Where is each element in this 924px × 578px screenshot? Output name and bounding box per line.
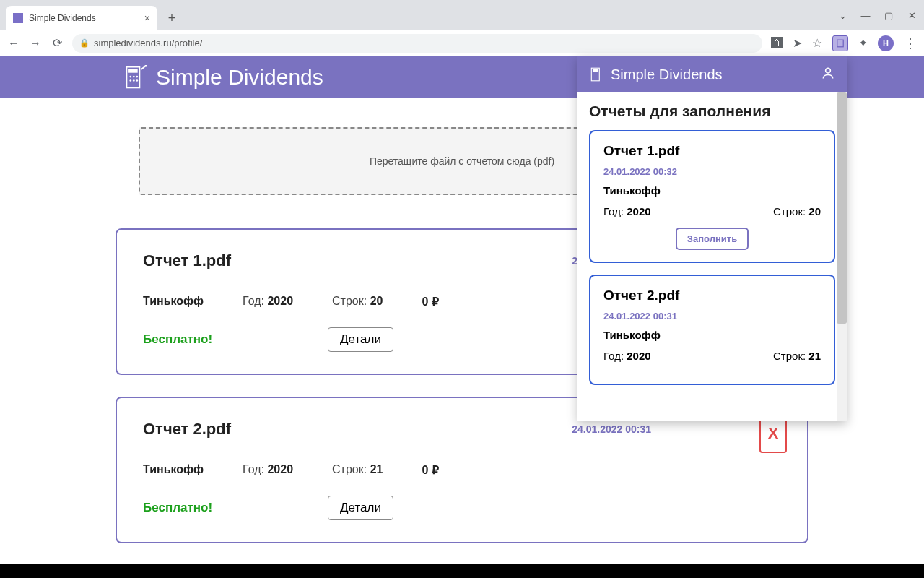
minimize-icon[interactable]: —	[859, 10, 872, 21]
fill-button[interactable]: Заполнить	[676, 228, 749, 250]
site-logo[interactable]: Simple Dividends	[123, 64, 323, 90]
maximize-icon[interactable]: ▢	[882, 10, 895, 21]
report-price: 0 ₽	[422, 463, 438, 477]
ext-report-title: Отчет 2.pdf	[603, 288, 821, 303]
tab-title: Simple Dividends	[29, 13, 96, 23]
free-label: Бесплатно!	[143, 501, 212, 515]
site-title: Simple Dividends	[156, 65, 323, 90]
chevron-down-icon[interactable]: ⌄	[836, 10, 849, 21]
dropzone-text: Перетащите файл с отчетом сюда (pdf)	[370, 155, 554, 167]
svg-rect-2	[128, 69, 138, 72]
details-button[interactable]: Детали	[328, 496, 393, 520]
svg-point-4	[133, 76, 135, 78]
svg-rect-0	[837, 40, 843, 47]
report-title: Отчет 1.pdf	[143, 251, 231, 270]
menu-icon[interactable]: ⋮	[904, 35, 917, 51]
report-year: Год: 2020	[243, 463, 293, 477]
calculator-icon	[589, 66, 605, 82]
browser-tab-strip: Simple Dividends × + ⌄ — ▢ ✕	[0, 0, 924, 30]
report-date: 24.01.2022 00:31	[572, 423, 651, 435]
extension-body[interactable]: Отчеты для заполнения Отчет 1.pdf 24.01.…	[578, 92, 847, 421]
browser-toolbar: ← → ⟳ 🔒 simpledividends.ru/profile/ 🅰 ➤ …	[0, 30, 924, 56]
details-button[interactable]: Детали	[328, 327, 393, 352]
svg-point-7	[133, 79, 135, 82]
extension-icon[interactable]	[832, 35, 848, 51]
svg-point-6	[129, 79, 131, 82]
ext-report-year: Год: 2020	[603, 205, 651, 217]
extension-title: Simple Dividends	[611, 66, 723, 83]
svg-point-5	[136, 76, 138, 78]
report-year: Год: 2020	[243, 295, 293, 309]
ext-report-rows: Строк: 21	[773, 350, 821, 362]
ext-report-date: 24.01.2022 00:32	[603, 166, 821, 177]
window-controls: ⌄ — ▢ ✕	[836, 0, 918, 30]
extension-header: Simple Dividends	[578, 56, 847, 92]
report-rows: Строк: 21	[332, 463, 383, 477]
toolbar-right: 🅰 ➤ ☆ ✦ Н ⋮	[771, 35, 917, 51]
report-title: Отчет 2.pdf	[143, 420, 231, 439]
extension-report-card: Отчет 1.pdf 24.01.2022 00:32 Тинькофф Го…	[589, 130, 835, 263]
ext-report-broker: Тинькофф	[603, 329, 821, 341]
report-rows: Строк: 20	[332, 295, 383, 309]
lock-icon: 🔒	[79, 38, 90, 48]
svg-point-8	[136, 79, 138, 82]
user-icon[interactable]	[821, 66, 835, 83]
svg-point-11	[826, 68, 831, 73]
new-tab-button[interactable]: +	[162, 8, 182, 28]
svg-point-3	[129, 76, 131, 78]
send-icon[interactable]: ➤	[793, 36, 802, 50]
url-text: simpledividends.ru/profile/	[94, 38, 202, 48]
extension-report-card: Отчет 2.pdf 24.01.2022 00:31 Тинькофф Го…	[589, 275, 835, 385]
free-label: Бесплатно!	[143, 332, 212, 347]
favicon-icon	[13, 13, 23, 23]
forward-icon[interactable]: →	[29, 37, 42, 50]
extension-logo[interactable]: Simple Dividends	[589, 66, 723, 83]
report-price: 0 ₽	[422, 295, 438, 309]
report-broker: Тинькофф	[143, 463, 204, 477]
extension-section-title: Отчеты для заполнения	[589, 103, 835, 120]
browser-tab[interactable]: Simple Dividends ×	[6, 6, 157, 30]
extension-scrollbar[interactable]	[837, 92, 847, 421]
bookmark-icon[interactable]: ☆	[812, 36, 822, 50]
calculator-icon	[123, 64, 149, 90]
window-bottom-border	[0, 564, 924, 578]
report-broker: Тинькофф	[143, 295, 204, 309]
ext-report-broker: Тинькофф	[603, 184, 821, 197]
profile-avatar[interactable]: Н	[878, 35, 894, 51]
ext-report-date: 24.01.2022 00:31	[603, 311, 821, 322]
svg-rect-10	[593, 69, 598, 72]
translate-icon[interactable]: 🅰	[771, 37, 783, 50]
extension-popup: Simple Dividends Отчеты для заполнения О…	[578, 56, 847, 421]
reload-icon[interactable]: ⟳	[51, 36, 64, 50]
ext-report-rows: Строк: 20	[773, 205, 821, 217]
tab-close-icon[interactable]: ×	[144, 12, 150, 24]
extension-scroll-thumb[interactable]	[837, 92, 847, 324]
url-bar[interactable]: 🔒 simpledividends.ru/profile/	[72, 34, 762, 53]
back-icon[interactable]: ←	[7, 37, 20, 50]
puzzle-icon[interactable]: ✦	[858, 36, 868, 50]
ext-report-title: Отчет 1.pdf	[603, 143, 821, 159]
ext-report-year: Год: 2020	[603, 350, 651, 362]
close-window-icon[interactable]: ✕	[905, 10, 918, 21]
